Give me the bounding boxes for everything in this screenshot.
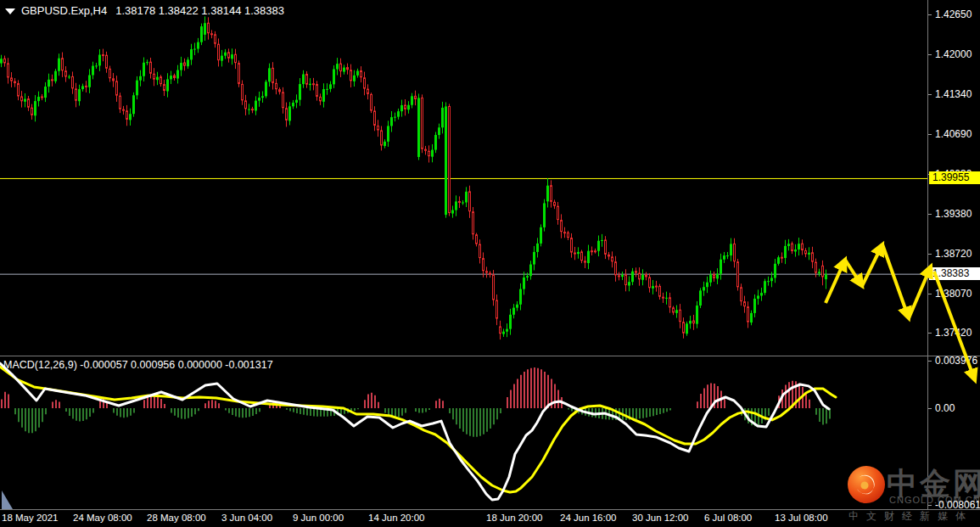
pane-separator[interactable] xyxy=(0,356,980,356)
time-axis-label: 14 Jun 20:00 xyxy=(368,513,425,523)
price-axis-label: 1.42000 xyxy=(935,48,972,60)
macd-axis-label: -0.008061 xyxy=(935,499,980,511)
macd-tick xyxy=(928,408,932,409)
ohlc-values: 1.38178 1.38422 1.38144 1.38383 xyxy=(115,4,284,17)
main-chart-pane[interactable] xyxy=(0,0,927,356)
time-axis-label: 9 Jun 00:00 xyxy=(293,513,344,523)
time-axis-label: 6 Jul 08:00 xyxy=(704,513,752,523)
macd-main-line xyxy=(0,363,829,500)
price-tick xyxy=(928,54,932,55)
candles xyxy=(0,16,827,339)
symbol-timeframe-label: GBPUSD.Exp,H4 xyxy=(21,4,107,17)
price-axis[interactable]: 1.426501.420001.413401.406901.400301.393… xyxy=(928,0,980,509)
candlestick-chart xyxy=(0,0,927,356)
macd-values: -0.000057 0.000956 0.000000 -0.001317 xyxy=(80,359,272,371)
price-axis-label: 1.38720 xyxy=(935,248,972,260)
macd-axis-label: 0.003976 xyxy=(935,355,977,367)
macd-indicator-pane[interactable] xyxy=(0,357,927,509)
price-axis-label: 1.38070 xyxy=(935,288,972,300)
macd-name: MACD(12,26,9) xyxy=(3,359,77,371)
current-price-badge: 1.38383 xyxy=(929,267,980,280)
macd-tick xyxy=(928,361,932,362)
macd-chart xyxy=(0,357,927,509)
time-axis-label: 24 May 08:00 xyxy=(73,513,132,523)
symbol-dropdown-icon[interactable] xyxy=(5,8,15,14)
price-tick xyxy=(928,134,932,135)
price-tick xyxy=(928,254,932,255)
price-axis-label: 1.39380 xyxy=(935,208,972,220)
time-axis-label: 30 Jun 12:00 xyxy=(632,513,689,523)
time-axis-label: 18 Jun 20:00 xyxy=(486,513,543,523)
time-axis-label: 3 Jun 04:00 xyxy=(221,513,272,523)
corner-marker-icon xyxy=(2,491,13,509)
time-axis-label: 24 Jun 16:00 xyxy=(560,513,617,523)
time-axis-label: 18 May 2021 xyxy=(2,513,59,523)
price-tick xyxy=(928,214,932,215)
resistance-price-badge: 1.39955 xyxy=(929,171,980,184)
price-axis-label: 1.42650 xyxy=(935,8,972,20)
price-axis-label: 1.37420 xyxy=(935,327,972,339)
chart-title: GBPUSD.Exp,H41.38178 1.38422 1.38144 1.3… xyxy=(5,4,284,17)
time-axis-label: 13 Jul 08:00 xyxy=(775,513,828,523)
macd-indicator-label: MACD(12,26,9) -0.000057 0.000956 0.00000… xyxy=(3,359,273,371)
price-tick xyxy=(928,14,932,15)
price-tick xyxy=(928,294,932,294)
mt4-chart-window: GBPUSD.Exp,H41.38178 1.38422 1.38144 1.3… xyxy=(0,0,980,527)
price-tick xyxy=(928,333,932,334)
macd-tick xyxy=(928,505,932,506)
time-axis-label: 28 May 08:00 xyxy=(147,513,206,523)
time-axis[interactable]: 18 May 202124 May 08:0028 May 08:003 Jun… xyxy=(0,510,980,527)
price-axis-label: 1.41340 xyxy=(935,88,972,100)
price-tick xyxy=(928,94,932,95)
macd-axis-label: 0.00 xyxy=(935,402,955,414)
price-axis-label: 1.40690 xyxy=(935,128,972,140)
